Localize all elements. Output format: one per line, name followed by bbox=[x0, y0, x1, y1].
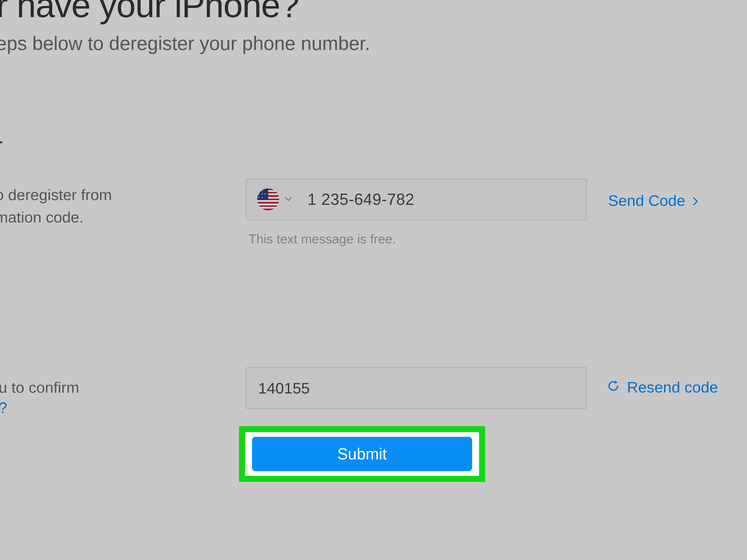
phone-section-heading: ber bbox=[0, 133, 2, 159]
resend-code-link[interactable]: Resend code bbox=[608, 378, 718, 396]
phone-desc-line2: onfirmation code. bbox=[0, 206, 84, 229]
chevron-right-icon bbox=[693, 192, 698, 209]
country-flag-us-icon[interactable] bbox=[257, 188, 279, 210]
send-code-label: Send Code bbox=[608, 192, 685, 209]
phone-input[interactable]: 1 235-649-782 bbox=[246, 179, 587, 220]
code-value: 140155 bbox=[258, 379, 310, 397]
confirm-desc-line1: to you to confirm bbox=[0, 376, 79, 399]
page-title: o longer have your iPhone? bbox=[0, 0, 299, 25]
code-input[interactable]: 140155 bbox=[246, 367, 587, 409]
resend-code-label: Resend code bbox=[627, 378, 718, 396]
phone-number-value: 1 235-649-782 bbox=[308, 190, 414, 209]
submit-label: Submit bbox=[337, 445, 387, 463]
chevron-down-icon[interactable] bbox=[285, 196, 292, 202]
submit-button[interactable]: Submit bbox=[252, 437, 472, 471]
send-code-link[interactable]: Send Code bbox=[608, 192, 698, 209]
page-subtitle: e steps below to deregister your phone n… bbox=[0, 32, 370, 54]
submit-highlight-box: Submit bbox=[239, 426, 485, 482]
phone-hint: This text message is free. bbox=[249, 232, 396, 246]
reload-icon bbox=[608, 378, 619, 396]
no-code-link[interactable]: code? bbox=[0, 399, 7, 417]
phone-desc-line1: ant to deregister from bbox=[0, 184, 112, 206]
